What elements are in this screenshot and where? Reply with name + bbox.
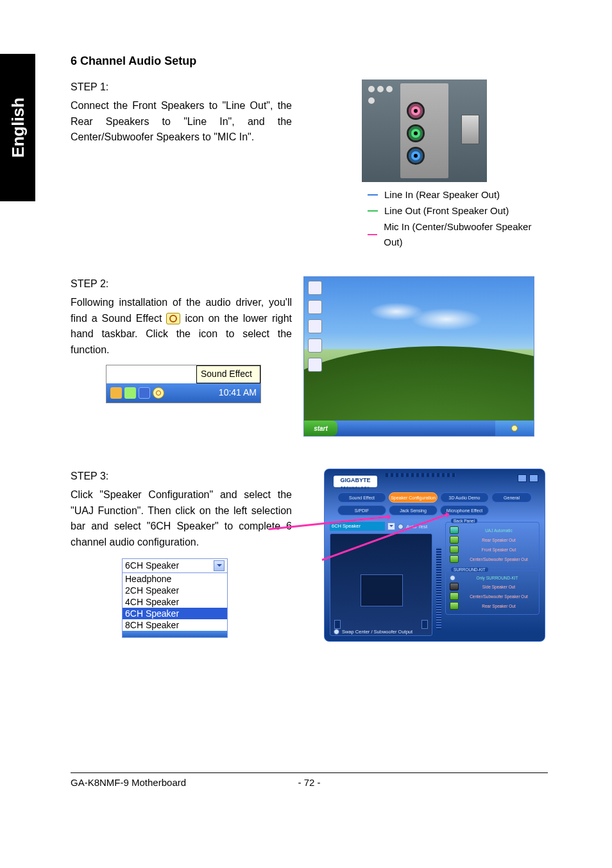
step2-text: STEP 2: Following installation of the au… bbox=[71, 276, 292, 437]
step3-block: STEP 3: Click "Speaker Configuration" an… bbox=[71, 469, 545, 642]
close-icon[interactable] bbox=[529, 474, 538, 482]
panel-misc-icons bbox=[367, 85, 395, 110]
step1-label: STEP 1: bbox=[71, 79, 292, 96]
xp-taskbar: start bbox=[304, 421, 534, 436]
tray-icon[interactable] bbox=[124, 387, 136, 399]
minimize-icon[interactable] bbox=[518, 474, 527, 482]
tab-spdif[interactable]: S/PDIF bbox=[337, 505, 386, 515]
footer-rule bbox=[71, 772, 548, 773]
desktop-icon[interactable] bbox=[308, 358, 322, 372]
swap-radio[interactable] bbox=[334, 629, 339, 635]
taskbar-screenshot: Sound Effect 10:41 AM bbox=[106, 365, 261, 403]
jack-label: Rear Speaker Out bbox=[463, 538, 535, 542]
gigabyte-logo: GIGABYTE TECHNOLOGY bbox=[334, 476, 377, 487]
dropdown-option-2ch[interactable]: 2CH Speaker bbox=[123, 585, 227, 596]
speaker-icon bbox=[421, 620, 428, 629]
tab-3d-audio-demo[interactable]: 3D Audio Demo bbox=[440, 492, 489, 503]
panel-body: 6CH Speaker Auto Test Back Panel bbox=[330, 522, 540, 636]
jack-label: Rear Speaker Out bbox=[463, 604, 535, 608]
jack-toggle[interactable] bbox=[450, 602, 459, 610]
speaker-channel-dropdown[interactable]: 6CH Speaker Headphone 2CH Speaker 4CH Sp… bbox=[122, 558, 228, 638]
only-kit-radio[interactable] bbox=[450, 575, 455, 581]
panel-grip bbox=[436, 547, 441, 630]
panel-tabs: Sound Effect Speaker Configuration 3D Au… bbox=[337, 492, 532, 515]
page-footer: GA-K8NMF-9 Motherboard - 72 - bbox=[71, 777, 548, 788]
uaj-auto-label: UAJ Automatic bbox=[463, 528, 535, 533]
xp-desktop-screenshot: start bbox=[303, 276, 534, 437]
tray-sound-effect-icon[interactable] bbox=[511, 425, 518, 431]
channel-select[interactable]: 6CH Speaker bbox=[330, 522, 385, 531]
desktop-icon[interactable] bbox=[308, 281, 322, 295]
desktop-icon[interactable] bbox=[308, 300, 322, 314]
dropdown-option-8ch[interactable]: 8CH Speaker bbox=[123, 619, 227, 631]
step3-body: Click "Speaker Configuration" and select… bbox=[71, 489, 292, 547]
tray-clock: 10:41 AM bbox=[219, 386, 257, 400]
step2-image-area: start bbox=[303, 276, 545, 437]
brand-subtext: TECHNOLOGY bbox=[334, 484, 377, 492]
speaker-room-preview bbox=[330, 533, 432, 636]
xp-desktop-icons bbox=[308, 281, 322, 372]
jack-line-in bbox=[407, 147, 425, 165]
dropdown-list: Headphone 2CH Speaker 4CH Speaker 6CH Sp… bbox=[123, 573, 227, 631]
back-panel-box: Back Panel UAJ Automatic Rear Speaker Ou… bbox=[445, 522, 540, 568]
jack-toggle[interactable] bbox=[450, 536, 459, 544]
jack-label: Center/Subwoofer Speaker Out bbox=[463, 557, 535, 562]
tray-sound-effect-icon[interactable] bbox=[153, 387, 164, 399]
step2-label: STEP 2: bbox=[71, 276, 292, 292]
back-panel-title: Back Panel bbox=[451, 519, 477, 523]
swap-label: Swap Center / Subwoofer Output bbox=[342, 629, 412, 635]
dropdown-option-6ch[interactable]: 6CH Speaker bbox=[123, 608, 227, 619]
start-button[interactable]: start bbox=[304, 421, 337, 436]
callout-mic-in: Mic In (Center/Subwoofer Speaker Out) bbox=[368, 219, 545, 251]
step1-text: STEP 1: Connect the Front Speakers to "L… bbox=[71, 79, 292, 251]
callout-line-out-indicator bbox=[368, 210, 378, 212]
jack-toggle[interactable] bbox=[450, 546, 459, 553]
page-content: 6 Channel Audio Setup STEP 1: Connect th… bbox=[71, 54, 545, 642]
tray-icon[interactable] bbox=[139, 387, 150, 399]
jack-toggle[interactable] bbox=[450, 592, 459, 600]
speaker-icon bbox=[334, 620, 341, 629]
desktop-icon[interactable] bbox=[308, 338, 322, 353]
footer-model: GA-K8NMF-9 Motherboard bbox=[71, 777, 186, 788]
tab-general[interactable]: General bbox=[491, 492, 532, 503]
language-label: English bbox=[8, 97, 28, 158]
usb-port bbox=[461, 115, 479, 144]
dropdown-option-4ch[interactable]: 4CH Speaker bbox=[123, 596, 227, 608]
brand-text: GIGABYTE bbox=[340, 477, 370, 483]
language-side-tab: English bbox=[0, 54, 35, 201]
sound-effect-icon bbox=[166, 313, 180, 324]
surround-kit-title: SURROUND-KIT bbox=[451, 567, 488, 572]
jack-mic-in bbox=[407, 102, 425, 120]
dropdown-option-headphone[interactable]: Headphone bbox=[123, 573, 227, 585]
jack-label: Front Speaker Out bbox=[463, 547, 535, 552]
system-tray: 10:41 AM bbox=[106, 383, 260, 403]
jack-toggle[interactable] bbox=[450, 555, 459, 563]
auto-test-radio[interactable] bbox=[398, 524, 404, 530]
sound-effect-tooltip: Sound Effect bbox=[196, 365, 260, 383]
panel-left: 6CH Speaker Auto Test bbox=[330, 522, 432, 636]
tab-jack-sensing[interactable]: Jack Sensing bbox=[389, 505, 438, 515]
jack-callouts: Line In (Rear Speaker Out) Line Out (Fro… bbox=[368, 187, 545, 251]
callout-line-out-label: Line Out (Front Speaker Out) bbox=[384, 203, 509, 219]
surround-kit-box: SURROUND-KIT Only SURROUND-KIT Side Spea… bbox=[445, 571, 540, 615]
tray-icon[interactable] bbox=[110, 387, 122, 399]
dropdown-head[interactable]: 6CH Speaker bbox=[123, 559, 227, 573]
uaj-toggle[interactable] bbox=[450, 526, 459, 534]
desktop-icon[interactable] bbox=[308, 319, 322, 333]
dropdown-footer bbox=[123, 631, 227, 637]
footer-page-number: - 72 - bbox=[298, 777, 320, 788]
callout-mic-in-indicator bbox=[368, 234, 377, 235]
panel-decoration bbox=[386, 473, 456, 477]
jack-toggle[interactable] bbox=[450, 583, 459, 590]
tab-speaker-config[interactable]: Speaker Configuration bbox=[389, 492, 438, 503]
chevron-down-icon[interactable] bbox=[387, 522, 395, 530]
swap-center-subwoofer[interactable]: Swap Center / Subwoofer Output bbox=[334, 629, 412, 635]
audio-config-panel: GIGABYTE TECHNOLOGY Sound Effect Speaker… bbox=[324, 469, 545, 642]
step1-body: Connect the Front Speakers to "Line Out"… bbox=[71, 100, 292, 143]
step3-label: STEP 3: bbox=[71, 469, 292, 485]
callout-line-in: Line In (Rear Speaker Out) bbox=[368, 187, 545, 203]
chevron-down-icon[interactable] bbox=[214, 560, 225, 571]
tab-sound-effect[interactable]: Sound Effect bbox=[337, 492, 386, 503]
step1-image-area: Line In (Rear Speaker Out) Line Out (Fro… bbox=[303, 79, 545, 251]
step3-text: STEP 3: Click "Speaker Configuration" an… bbox=[71, 469, 292, 642]
